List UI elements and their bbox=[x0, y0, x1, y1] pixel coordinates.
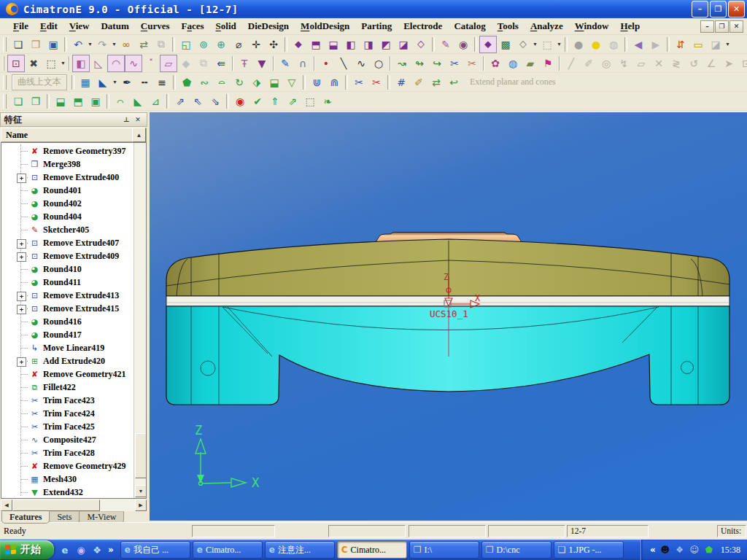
cut-surface-keep-icon[interactable]: ✂ bbox=[368, 74, 385, 91]
tree-item[interactable]: ✘Remove Geometry421 bbox=[1, 368, 146, 381]
antivirus-icon[interactable]: ⬟ bbox=[703, 544, 715, 556]
tree-column-header[interactable]: Name ▲ bbox=[1, 128, 147, 142]
surface-flip-icon[interactable]: ↻ bbox=[231, 74, 248, 91]
tree-item[interactable]: ✂Trim Face425 bbox=[1, 420, 146, 433]
flip-normal-icon[interactable]: ↩ bbox=[445, 74, 462, 91]
frame-edit-icon[interactable]: ✐ bbox=[410, 74, 427, 91]
filter-by-type-icon[interactable]: Ŧ bbox=[236, 55, 253, 72]
menu-electrode[interactable]: Electrode bbox=[398, 19, 448, 34]
taskbar-task-button[interactable]: e我自己 ... bbox=[120, 541, 190, 559]
pick-entity-icon[interactable]: ⊡ bbox=[7, 55, 25, 72]
spline-tool-icon[interactable]: ∿ bbox=[352, 55, 370, 72]
tree-item[interactable]: +⊡Remove Extrude407 bbox=[1, 236, 146, 249]
display-hidden-line-dropdown-icon[interactable]: ▼ bbox=[556, 36, 562, 52]
tree-item[interactable]: +⊡Remove Extrude413 bbox=[1, 289, 146, 302]
circle-tool-icon[interactable]: ○ bbox=[370, 55, 387, 72]
tree-vertical-scrollbar[interactable]: ▼ bbox=[133, 143, 146, 498]
pick-color-pen-icon[interactable]: ✒ bbox=[118, 74, 136, 91]
view-custom-icon[interactable]: ⬦ bbox=[412, 36, 430, 53]
unselect-all-icon[interactable]: ✖ bbox=[25, 55, 42, 72]
apply-check-icon[interactable]: ✔ bbox=[249, 93, 266, 110]
scroll-right-button[interactable]: ▶ bbox=[135, 499, 147, 511]
view-right-icon[interactable]: ◨ bbox=[360, 36, 377, 53]
start-button[interactable]: 开始 bbox=[0, 540, 54, 559]
new-document-icon[interactable]: ❏ bbox=[9, 36, 27, 53]
round-faces-icon[interactable]: ⌒ bbox=[112, 93, 129, 110]
display-shaded-icon[interactable]: ⬥ bbox=[479, 36, 497, 53]
tray-chevron-icon[interactable]: « bbox=[650, 545, 656, 555]
surface-extend-icon[interactable]: ⬟ bbox=[178, 74, 196, 91]
tree-item[interactable]: ✘Remove Geometry429 bbox=[1, 459, 146, 472]
zoom-object-icon[interactable]: ⊚ bbox=[195, 36, 212, 53]
previous-display-icon[interactable]: ◀ bbox=[630, 36, 647, 53]
taskbar-task-button[interactable]: e注意注... bbox=[265, 541, 335, 559]
line-style-icon[interactable]: ╍ bbox=[136, 74, 153, 91]
toolbar-grip[interactable] bbox=[3, 75, 7, 90]
taskbar-task-button[interactable]: ❏1.JPG -... bbox=[554, 541, 624, 559]
taskbar-task-button[interactable]: eCimatro... bbox=[193, 541, 263, 559]
vertical-scroll-thumb[interactable] bbox=[135, 433, 147, 478]
view-front-icon[interactable]: ⬒ bbox=[307, 36, 325, 53]
menu-file[interactable]: File bbox=[7, 19, 34, 34]
menu-molddesign[interactable]: MoldDesign bbox=[295, 19, 355, 34]
tab-features[interactable]: Features bbox=[1, 511, 50, 524]
leaf-surface-icon[interactable]: ❧ bbox=[319, 93, 336, 110]
paint-attributes-dropdown-icon[interactable]: ▼ bbox=[112, 74, 118, 90]
copy-body-icon[interactable]: ⇖ bbox=[189, 93, 206, 110]
close-panel-icon[interactable]: ✕ bbox=[133, 115, 143, 125]
view-isometric-icon[interactable]: ⬥ bbox=[290, 36, 307, 53]
pan-view-icon[interactable]: ✛ bbox=[247, 36, 265, 53]
light-on-icon[interactable]: ● bbox=[587, 36, 605, 53]
tree-item[interactable]: ◕Round410 bbox=[1, 262, 146, 276]
tree-item[interactable]: +⊞Add Extrude420 bbox=[1, 354, 146, 368]
menu-diedesign[interactable]: DieDesign bbox=[242, 19, 295, 34]
expand-plus-icon[interactable]: + bbox=[17, 357, 26, 367]
menu-window[interactable]: Window bbox=[569, 19, 615, 34]
filter-curves-icon[interactable]: ∿ bbox=[125, 55, 142, 72]
tree-item[interactable]: ⧉Fillet422 bbox=[1, 381, 146, 394]
fit-to-screen-icon[interactable]: ◱ bbox=[177, 36, 195, 53]
extrude-up-icon[interactable]: ⇑ bbox=[266, 93, 284, 110]
3d-viewport[interactable]: Z X UCS10_1 Z X bbox=[150, 112, 747, 521]
convert-direction-icon[interactable]: ⇄ bbox=[427, 74, 445, 91]
double-surface-u-icon[interactable]: ⋓ bbox=[308, 74, 325, 91]
frame-select-icon[interactable]: # bbox=[392, 74, 410, 91]
open-part-icon[interactable]: ❐ bbox=[27, 93, 44, 110]
chamfer-faces-icon[interactable]: ◣ bbox=[129, 93, 147, 110]
regenerate-icon[interactable]: ⇄ bbox=[135, 36, 152, 53]
menu-faces[interactable]: Faces bbox=[176, 19, 210, 34]
pin-icon[interactable]: ⊥ bbox=[121, 115, 131, 125]
toolbar-grip[interactable] bbox=[3, 56, 4, 71]
surface-middle-icon[interactable]: ⬓ bbox=[266, 74, 283, 91]
tree-item[interactable]: ∿Composite427 bbox=[1, 433, 146, 446]
light-off-icon[interactable]: ● bbox=[570, 36, 587, 53]
expand-plus-icon[interactable]: + bbox=[17, 174, 26, 183]
internet-explorer-icon[interactable]: e bbox=[58, 543, 71, 556]
new-part-icon[interactable]: ❏ bbox=[9, 93, 27, 110]
curve-project-icon[interactable]: ↪ bbox=[428, 55, 446, 72]
tree-item[interactable]: ▼Extend432 bbox=[1, 486, 146, 499]
taskbar-task-button[interactable]: CCimatro... bbox=[337, 541, 407, 559]
trim-curve-icon[interactable]: ✂ bbox=[446, 55, 463, 72]
surface-funnel-icon[interactable]: ▽ bbox=[283, 74, 301, 91]
view-left-icon[interactable]: ◧ bbox=[342, 36, 360, 53]
tree-item[interactable]: ◕Round416 bbox=[1, 315, 146, 328]
curve-tangent-icon[interactable]: ↝ bbox=[393, 55, 411, 72]
surface-flag-icon[interactable]: ⚑ bbox=[539, 55, 557, 72]
tree-item[interactable]: ◕Round417 bbox=[1, 328, 146, 341]
menu-curves[interactable]: Curves bbox=[135, 19, 176, 34]
expand-plus-icon[interactable]: + bbox=[17, 305, 26, 314]
tree-item[interactable]: ✘Remove Geometry397 bbox=[1, 144, 146, 158]
color-table-icon[interactable]: ▦ bbox=[77, 74, 94, 91]
menu-parting[interactable]: Parting bbox=[355, 19, 398, 34]
tree-item[interactable]: ↳Move Linear419 bbox=[1, 341, 146, 354]
scroll-down-button[interactable]: ▼ bbox=[135, 485, 147, 497]
tree-item[interactable]: ◕Round411 bbox=[1, 276, 146, 289]
menu-view[interactable]: View bbox=[63, 19, 96, 34]
undo-icon[interactable]: ↶ bbox=[69, 36, 87, 53]
minimize-button[interactable]: – bbox=[692, 1, 708, 18]
filter-edges-icon[interactable]: ◺ bbox=[90, 55, 107, 72]
move-body-icon[interactable]: ⇗ bbox=[171, 93, 189, 110]
toolbar-grip[interactable] bbox=[3, 94, 7, 109]
line-tool-icon[interactable]: ╲ bbox=[335, 55, 352, 72]
